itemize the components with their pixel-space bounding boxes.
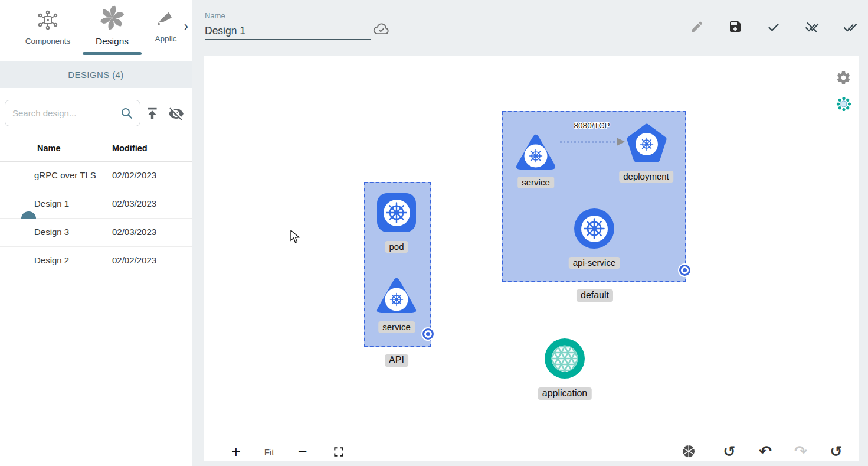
node-pod[interactable] [377, 193, 416, 232]
cloud-done-icon [372, 21, 390, 37]
edit-button[interactable] [689, 18, 705, 35]
group-label: API [385, 354, 408, 367]
validate-button[interactable] [765, 18, 782, 35]
search-input[interactable] [12, 108, 120, 118]
design-name: Design 2 [34, 255, 69, 265]
zoom-out-button[interactable]: − [298, 443, 307, 461]
pencil-icon [690, 19, 704, 34]
kubernetes-logo-backdrop [581, 216, 608, 242]
mouse-cursor [290, 230, 302, 244]
kubernetes-toggle-icon[interactable] [836, 96, 851, 112]
sidebar: Components Designs [0, 0, 192, 466]
components-icon [37, 9, 58, 31]
design-canvas[interactable]: pod service API [204, 56, 859, 461]
design-modified: 02/03/2023 [112, 227, 156, 237]
design-name-input[interactable] [205, 22, 371, 40]
kubernetes-wheel-icon [391, 294, 403, 306]
node-label: application [538, 387, 592, 400]
node-label: api-service [569, 257, 620, 269]
fullscreen-button[interactable] [333, 446, 345, 458]
reset-rotation-button[interactable]: ↺ [723, 443, 736, 460]
rotate-ccw-icon: ↺ [830, 443, 843, 460]
tab-applications[interactable]: Applic [146, 0, 185, 57]
hide-designs-button[interactable] [167, 105, 185, 125]
search-row [0, 88, 192, 129]
eye-off-icon [168, 106, 184, 122]
tab-designs[interactable]: Designs [83, 0, 142, 57]
kubernetes-wheel-icon [530, 150, 542, 162]
design-modified: 02/02/2023 [112, 170, 156, 180]
canvas-settings-gear-icon[interactable] [836, 70, 851, 86]
node-service-default[interactable] [512, 130, 559, 172]
edge-service-deployment [560, 141, 618, 143]
design-modified: 02/03/2023 [112, 198, 156, 208]
screenshot-button[interactable] [682, 444, 696, 458]
node-deployment[interactable] [625, 122, 668, 164]
save-icon [728, 19, 742, 34]
aperture-icon [682, 444, 696, 458]
designs-table-header: Name Modified [0, 138, 192, 162]
tab-components-label: Components [13, 37, 83, 45]
kubernetes-wheel-icon [385, 201, 408, 224]
design-name: Design 3 [34, 227, 69, 237]
design-modified: 02/02/2023 [112, 255, 156, 265]
node-label: deployment [619, 171, 673, 183]
edge-port-label: 8080/TCP [574, 121, 610, 130]
tab-overflow-chevron-icon[interactable]: › [184, 20, 188, 33]
tab-applications-label: Applic [146, 34, 185, 43]
group-resize-badge[interactable] [679, 265, 690, 276]
tab-designs-label: Designs [83, 36, 142, 47]
table-row[interactable]: gRPC over TLS 02/02/2023 [0, 162, 192, 190]
designs-panel-header: DESIGNS (4) [0, 61, 192, 88]
reset-view-button[interactable]: ↺ [830, 443, 843, 460]
kubernetes-wheel-icon [641, 138, 653, 151]
rotate-ccw-icon: ↺ [723, 443, 736, 460]
node-api-service[interactable] [574, 208, 614, 249]
design-actions [689, 18, 859, 35]
applications-icon [157, 9, 175, 28]
kubernetes-wheel-icon [583, 217, 605, 240]
edge-arrowhead [617, 138, 625, 146]
column-name: Name [37, 144, 61, 153]
redo-icon: ↷ [794, 442, 807, 461]
design-name: gRPC over TLS [34, 170, 96, 180]
sidebar-tabs: Components Designs [0, 0, 192, 57]
designs-icon [99, 4, 126, 31]
tab-components[interactable]: Components [13, 0, 83, 57]
node-application[interactable] [543, 337, 586, 380]
node-label: service [517, 177, 554, 188]
topbar: Name [193, 0, 868, 56]
upload-design-button[interactable] [143, 105, 161, 124]
save-button[interactable] [727, 18, 743, 35]
upload-icon [145, 106, 160, 121]
node-label: pod [385, 241, 408, 253]
undeploy-button[interactable] [804, 18, 820, 35]
check-icon [767, 19, 781, 34]
undo-button[interactable]: ↶ [759, 442, 772, 461]
group-resize-badge[interactable] [422, 328, 434, 340]
table-row[interactable]: Design 3 02/03/2023 [0, 219, 192, 247]
search-box [5, 100, 140, 126]
double-check-crossed-icon [805, 19, 819, 35]
redo-button[interactable]: ↷ [794, 442, 807, 461]
design-name-label: Name [205, 11, 225, 20]
design-name: Design 1 [34, 198, 69, 208]
node-service-api[interactable] [373, 273, 420, 316]
search-icon [120, 106, 134, 120]
column-modified: Modified [112, 144, 148, 153]
double-check-icon [843, 19, 857, 35]
fullscreen-icon [333, 446, 345, 458]
undo-icon: ↶ [759, 442, 772, 461]
designs-table: gRPC over TLS 02/02/2023 Design 1 02/03/… [0, 162, 192, 275]
group-label: default [577, 289, 613, 302]
fit-view-button[interactable]: Fit [264, 447, 274, 457]
kubernetes-logo-backdrop [384, 200, 410, 226]
deploy-button[interactable] [842, 18, 859, 35]
active-tab-underline [83, 52, 142, 55]
zoom-in-button[interactable]: + [231, 443, 241, 461]
node-label: service [378, 321, 415, 333]
table-row[interactable]: Design 2 02/02/2023 [0, 247, 192, 275]
